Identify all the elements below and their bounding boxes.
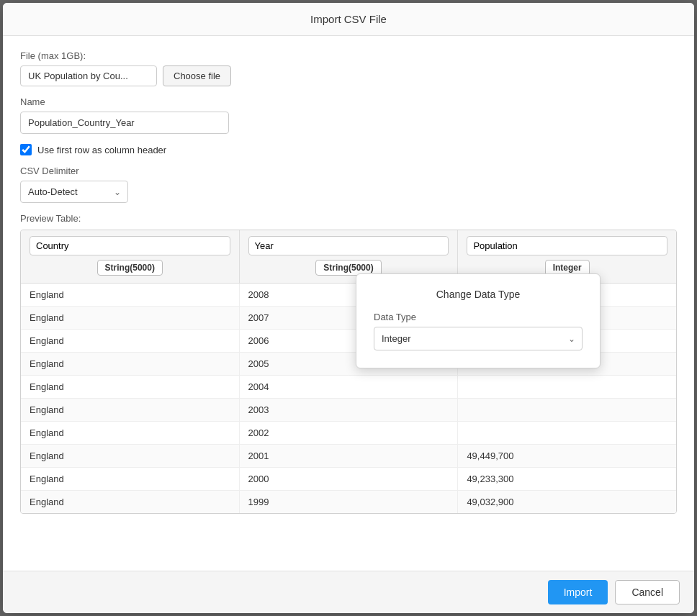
cell-population <box>458 376 676 399</box>
dialog-title: Import CSV File <box>3 3 694 36</box>
cell-country: England <box>21 307 239 330</box>
cell-country: England <box>21 376 239 399</box>
cancel-button[interactable]: Cancel <box>615 580 680 604</box>
table-row: England2004 <box>21 376 676 399</box>
col-year-name-input[interactable] <box>248 236 449 255</box>
name-label: Name <box>20 96 677 107</box>
cell-population: 49,233,300 <box>458 468 676 491</box>
table-row: England2003 <box>21 399 676 422</box>
dialog-body: File (max 1GB): UK Population by Cou... … <box>3 36 694 571</box>
cell-country: England <box>21 399 239 422</box>
import-csv-dialog: Import CSV File File (max 1GB): UK Popul… <box>3 3 694 613</box>
cell-country: England <box>21 353 239 376</box>
cell-population <box>458 422 676 445</box>
cell-year: 2000 <box>239 468 458 491</box>
col-country-name-input[interactable] <box>30 236 230 255</box>
first-row-label: Use first row as column header <box>37 145 166 155</box>
delimiter-section: CSV Delimiter Auto-Detect Comma Semicolo… <box>20 166 677 203</box>
cell-year: 1999 <box>239 491 458 514</box>
change-data-type-popover: Change Data Type Data Type Integer Strin… <box>356 273 601 368</box>
import-button[interactable]: Import <box>548 580 608 604</box>
name-input[interactable] <box>20 112 229 134</box>
first-row-checkbox[interactable] <box>20 144 32 155</box>
cell-country: England <box>21 445 239 468</box>
col-country-type-badge[interactable]: String(5000) <box>97 260 163 276</box>
file-label: File (max 1GB): <box>20 50 677 61</box>
preview-label: Preview Table: <box>20 213 677 224</box>
cell-population: 49,449,700 <box>458 445 676 468</box>
first-row-checkbox-row: Use first row as column header <box>20 144 677 155</box>
table-row: England2002 <box>21 422 676 445</box>
popover-data-type-select[interactable]: Integer String Float Date Boolean <box>374 327 583 350</box>
cell-population <box>458 399 676 422</box>
delimiter-select[interactable]: Auto-Detect Comma Semicolon Tab Pipe <box>20 181 128 203</box>
col-country-header: String(5000) <box>21 230 239 284</box>
delimiter-label: CSV Delimiter <box>20 166 677 176</box>
popover-select-wrapper: Integer String Float Date Boolean ⌄ <box>374 327 583 350</box>
cell-country: England <box>21 468 239 491</box>
cell-country: England <box>21 330 239 353</box>
cell-year: 2004 <box>239 376 458 399</box>
cell-year: 2001 <box>239 445 458 468</box>
cell-year: 2002 <box>239 422 458 445</box>
popover-data-type-label: Data Type <box>374 312 583 322</box>
choose-file-button[interactable]: Choose file <box>163 65 231 86</box>
dialog-footer: Import Cancel <box>3 571 694 613</box>
cell-country: England <box>21 422 239 445</box>
cell-country: England <box>21 284 239 307</box>
cell-country: England <box>21 491 239 514</box>
file-display: UK Population by Cou... <box>20 65 157 86</box>
table-row: England200149,449,700 <box>21 445 676 468</box>
popover-title: Change Data Type <box>374 289 583 300</box>
preview-table-wrapper: String(5000) String(5000) <box>20 230 677 514</box>
file-section: File (max 1GB): UK Population by Cou... … <box>20 50 677 86</box>
delimiter-select-wrapper: Auto-Detect Comma Semicolon Tab Pipe ⌄ <box>20 181 128 203</box>
table-row: England199949,032,900 <box>21 491 676 514</box>
cell-population: 49,032,900 <box>458 491 676 514</box>
cell-year: 2003 <box>239 399 458 422</box>
table-row: England200049,233,300 <box>21 468 676 491</box>
col-population-name-input[interactable] <box>467 236 667 255</box>
file-row: UK Population by Cou... Choose file <box>20 65 677 86</box>
preview-table: String(5000) String(5000) <box>21 230 676 513</box>
name-section: Name <box>20 96 677 134</box>
